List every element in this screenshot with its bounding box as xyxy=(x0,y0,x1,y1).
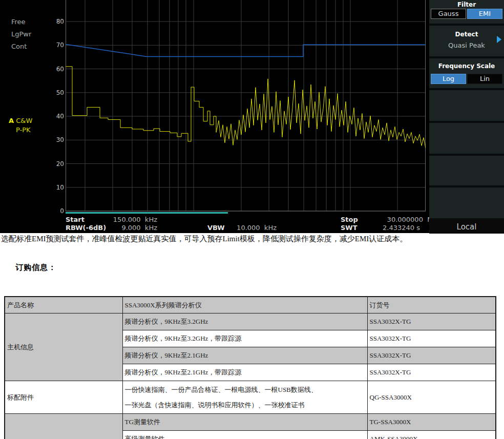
plot-border xyxy=(66,0,426,211)
model-desc-cell: 频谱分析仪，9KHz至3.2GHz，带跟踪源 xyxy=(122,330,367,347)
sweep-progress-bar xyxy=(66,212,228,214)
detect-section[interactable]: Detect Quasi Peak xyxy=(429,26,504,56)
freq-scale-log-button[interactable]: Log xyxy=(431,74,466,84)
spectrum-analyzer-screen: Free LgPwr Cont A C&W P-PK 8070605040302… xyxy=(0,0,504,233)
filter-emi-button[interactable]: EMI xyxy=(467,9,502,19)
y-axis-tick-label: 20 xyxy=(44,160,64,168)
trace-a xyxy=(66,67,426,149)
y-axis-tick-label: 70 xyxy=(44,41,64,49)
y-axis-tick-label: 60 xyxy=(44,66,64,73)
detect-value: Quasi Peak xyxy=(429,41,504,49)
grid-lines xyxy=(66,0,426,211)
spectrum-plot xyxy=(66,0,426,215)
order-table: 产品名称 SSA3000X系列频谱分析仪 订货号 主机信息 频谱分析仪，9KHz… xyxy=(4,296,496,439)
model-desc-cell: TG测量软件 xyxy=(122,414,367,431)
softkey-panel: Filter Gauss EMI Detect Quasi Peak Frequ… xyxy=(429,0,504,233)
limit-line xyxy=(66,44,426,56)
order-no-cell: SSA3032X-TG xyxy=(367,330,496,347)
filter-section: Filter Gauss EMI xyxy=(429,0,504,24)
freq-scale-lin-button[interactable]: Lin xyxy=(467,74,502,84)
order-no-cell: SSA3032X-TG xyxy=(367,364,496,381)
start-freq-value: 150.000 kHz xyxy=(75,216,157,223)
trigger-mode-label: Free xyxy=(11,18,26,26)
softkey-empty-3[interactable] xyxy=(429,156,504,185)
model-desc-cell: 频谱分析仪，9KHz至2.1GHz xyxy=(122,347,367,364)
softkey-empty-2[interactable] xyxy=(429,123,504,154)
table-header-row: 产品名称 SSA3000X系列频谱分析仪 订货号 xyxy=(5,297,496,313)
header-series: SSA3000X系列频谱分析仪 xyxy=(122,297,367,313)
rbw-value: 9.000 kHz xyxy=(75,224,157,232)
swt-label: SWT xyxy=(341,224,358,232)
order-no-cell: SSA3032X-TG xyxy=(367,313,496,330)
model-desc-cell: 高级测量软件 xyxy=(122,431,367,439)
filter-title: Filter xyxy=(429,0,504,8)
order-no-cell: SSA3032X-TG xyxy=(367,347,496,364)
stop-freq-label: Stop xyxy=(341,216,358,223)
y-axis-tick-label: 50 xyxy=(44,89,64,96)
accessories-cell: 标配附件 xyxy=(5,381,122,414)
amplitude-mode-label: LgPwr xyxy=(11,30,31,38)
frequency-scale-section: Frequency Scale Log Lin xyxy=(429,58,504,88)
header-product-name: 产品名称 xyxy=(5,297,122,313)
y-axis-tick-label: 80 xyxy=(44,18,64,25)
table-row: 标配附件 一份快速指南、一份产品合格证、一根电源线、一根USB数据线、 一张光盘… xyxy=(5,381,496,414)
order-no-cell: AMK-SSA3000X xyxy=(367,431,496,439)
frequency-scale-title: Frequency Scale xyxy=(429,58,504,70)
order-no-cell: QG-SSA3000X xyxy=(367,381,496,414)
filter-gauss-button[interactable]: Gauss xyxy=(431,9,466,19)
table-row: TG测量软件 TG-SSA3000X xyxy=(5,414,496,431)
header-order-number: 订货号 xyxy=(367,297,496,313)
table-row: 主机信息 频谱分析仪，9KHz至3.2GHz SSA3032X-TG xyxy=(5,313,496,330)
y-axis-tick-label: 40 xyxy=(44,113,64,120)
trace-a-detector-label: P-PK xyxy=(16,126,31,134)
trace-a-letter: A xyxy=(9,117,14,124)
local-button[interactable]: Local xyxy=(429,220,504,234)
readout-row-2: RBW(-6dB) 9.000 kHz VBW 10.000 kHz SWT 2… xyxy=(0,224,429,232)
detect-title: Detect xyxy=(429,26,504,38)
y-axis-tick-label: 0 xyxy=(44,207,64,215)
sweep-mode-label: Cont xyxy=(11,43,27,50)
y-axis-tick-label: 10 xyxy=(44,184,64,191)
readout-row-1: Start 150.000 kHz Stop 30.000000 MHz xyxy=(0,216,429,224)
vbw-value: 10.000 kHz xyxy=(215,224,277,232)
accessories-line-1: 一份快速指南、一份产品合格证、一根电源线、一根USB数据线、 xyxy=(125,382,365,398)
accessories-desc-cell: 一份快速指南、一份产品合格证、一根电源线、一根USB数据线、 一张光盘（含快速指… xyxy=(122,381,367,414)
software-group-cell xyxy=(5,414,122,439)
product-description: 选配标准EMI预测试套件，准峰值检波更贴近真实值，可导入预存Limit模板，降低… xyxy=(1,234,503,244)
order-no-cell: TG-SSA3000X xyxy=(367,414,496,431)
softkey-empty-1[interactable] xyxy=(429,90,504,121)
swt-value: 2.433240 s xyxy=(359,224,420,232)
submenu-arrow-icon xyxy=(497,36,501,43)
trace-a-label: A C&W xyxy=(9,117,32,124)
model-desc-cell: 频谱分析仪，9KHz至3.2GHz xyxy=(122,313,367,330)
accessories-line-2: 一张光盘（含快速指南、说明书和应用软件）、一张校准证书 xyxy=(125,398,365,413)
y-axis-tick-label: 30 xyxy=(44,136,64,143)
page: Free LgPwr Cont A C&W P-PK 8070605040302… xyxy=(0,0,504,439)
trace-a-mode: C&W xyxy=(16,117,32,124)
softkey-empty-4[interactable] xyxy=(429,187,504,218)
model-desc-cell: 频谱分析仪，9KHz至2.1GHz，带跟踪源 xyxy=(122,364,367,381)
host-info-cell: 主机信息 xyxy=(5,313,122,381)
order-info-heading: 订购信息： xyxy=(15,263,56,273)
